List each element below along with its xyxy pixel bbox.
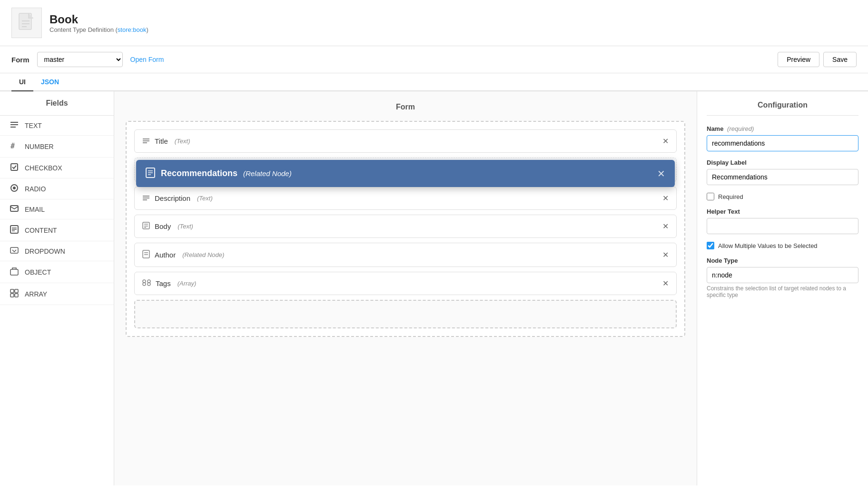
form-field-title: Title (Text) ✕ (134, 129, 677, 153)
config-name-field: Name (required) (707, 125, 858, 151)
email-icon (10, 205, 19, 213)
body-field-type: (Text) (178, 223, 193, 230)
author-field-name: Author (155, 251, 176, 259)
config-required-label[interactable]: Required (718, 193, 743, 200)
title-field-name: Title (155, 137, 168, 145)
content-type-icon (11, 8, 42, 38)
checkbox-icon (10, 163, 19, 172)
author-field-type: (Related Node) (182, 251, 224, 258)
tabs-bar: UI JSON (0, 73, 868, 91)
config-helper-text-input[interactable] (707, 218, 858, 234)
svg-rect-21 (15, 294, 18, 297)
svg-point-42 (143, 280, 146, 283)
config-header: Configuration (707, 101, 858, 116)
config-node-type-field: Node Type Constrains the selection list … (707, 257, 858, 298)
body-field-name: Body (155, 222, 171, 230)
sidebar-item-content[interactable]: CONTENT (0, 219, 114, 241)
fields-header: Fields (0, 91, 114, 116)
config-required-row: Required (707, 193, 858, 200)
fields-sidebar: Fields TEXT # NUMBER CHECKBOX RADIO (0, 91, 114, 485)
tab-json[interactable]: JSON (33, 73, 67, 91)
page-subtitle: Content Type Definition (store:book) (49, 26, 148, 33)
author-remove-button[interactable]: ✕ (662, 250, 669, 259)
svg-rect-17 (10, 269, 18, 275)
description-remove-button[interactable]: ✕ (662, 194, 669, 203)
number-icon: # (10, 141, 19, 151)
svg-rect-19 (15, 289, 18, 293)
svg-rect-16 (10, 247, 18, 253)
sidebar-item-text-label: TEXT (25, 122, 42, 129)
page-title-block: Book Content Type Definition (store:book… (49, 13, 148, 33)
config-display-label-input[interactable] (707, 169, 858, 185)
svg-point-44 (148, 280, 150, 283)
sidebar-item-checkbox-label: CHECKBOX (25, 164, 62, 172)
drag-popup: Recommendations (Related Node) ✕ (136, 160, 675, 187)
svg-point-43 (143, 283, 146, 286)
form-container: Recommendations (Related Node) ✕ Title (… (126, 121, 685, 337)
object-icon (10, 267, 19, 277)
sidebar-item-checkbox[interactable]: CHECKBOX (0, 158, 114, 178)
sidebar-item-number[interactable]: # NUMBER (0, 136, 114, 158)
config-name-input[interactable] (707, 135, 858, 151)
config-required-checkbox[interactable] (707, 193, 714, 200)
description-field-icon (142, 195, 150, 202)
sidebar-item-array[interactable]: ARRAY (0, 283, 114, 305)
main-layout: Fields TEXT # NUMBER CHECKBOX RADIO (0, 91, 868, 485)
form-area-header: Form (126, 103, 685, 111)
drag-popup-text: Recommendations (Related Node) (161, 168, 292, 178)
drag-popup-close[interactable]: ✕ (657, 168, 665, 179)
sidebar-item-text[interactable]: TEXT (0, 116, 114, 136)
sidebar-item-object-label: OBJECT (25, 268, 51, 276)
sidebar-item-object[interactable]: OBJECT (0, 261, 114, 283)
sidebar-item-number-label: NUMBER (25, 143, 54, 150)
config-node-type-label: Node Type (707, 257, 858, 264)
content-type-link[interactable]: store:book (118, 26, 147, 33)
drag-popup-icon (146, 168, 155, 179)
title-field-icon (142, 138, 150, 145)
body-field-icon (142, 222, 150, 231)
form-drop-zone[interactable] (134, 300, 677, 328)
tags-remove-button[interactable]: ✕ (662, 279, 669, 288)
svg-rect-20 (10, 294, 14, 297)
preview-button[interactable]: Preview (778, 52, 819, 67)
config-node-type-input[interactable] (707, 267, 858, 283)
save-button[interactable]: Save (823, 52, 857, 67)
title-remove-button[interactable]: ✕ (662, 137, 669, 146)
open-form-link[interactable]: Open Form (130, 56, 164, 63)
body-remove-button[interactable]: ✕ (662, 222, 669, 231)
form-field-tags: Tags (Array) ✕ (134, 272, 677, 295)
config-name-label: Name (required) (707, 125, 858, 132)
config-display-label-label: Display Label (707, 159, 858, 166)
toolbar-actions: Preview Save (778, 52, 857, 67)
sidebar-item-dropdown[interactable]: DROPDOWN (0, 241, 114, 261)
page-title: Book (49, 13, 148, 26)
form-select[interactable]: master default custom (37, 52, 123, 67)
tab-ui[interactable]: UI (11, 73, 33, 91)
svg-point-10 (13, 187, 16, 189)
config-allow-multiple-checkbox[interactable] (707, 242, 714, 249)
title-field-type: (Text) (175, 138, 190, 145)
form-field-description: Description (Text) ✕ (134, 187, 677, 210)
svg-rect-11 (10, 206, 18, 211)
array-icon (10, 289, 19, 299)
config-allow-multiple-row: Allow Multiple Values to be Selected (707, 242, 858, 249)
text-icon (10, 121, 19, 129)
description-field-type: (Text) (197, 195, 213, 202)
drag-popup-type: (Related Node) (243, 169, 292, 178)
page-header: Book Content Type Definition (store:book… (0, 0, 868, 46)
sidebar-item-email[interactable]: EMAIL (0, 199, 114, 219)
config-panel: Configuration Name (required) Display La… (697, 91, 868, 485)
content-icon (10, 225, 19, 235)
description-field-name: Description (155, 194, 190, 202)
svg-rect-18 (10, 289, 14, 293)
dropdown-icon (10, 247, 19, 255)
sidebar-item-email-label: EMAIL (25, 206, 45, 213)
toolbar: Form master default custom Open Form Pre… (0, 46, 868, 73)
config-display-label-field: Display Label (707, 159, 858, 185)
form-field-author: Author (Related Node) ✕ (134, 243, 677, 267)
tags-field-icon (142, 279, 151, 287)
config-allow-multiple-label[interactable]: Allow Multiple Values to be Selected (718, 242, 818, 249)
svg-rect-8 (11, 164, 18, 170)
sidebar-item-content-label: CONTENT (25, 227, 57, 234)
sidebar-item-radio[interactable]: RADIO (0, 178, 114, 199)
